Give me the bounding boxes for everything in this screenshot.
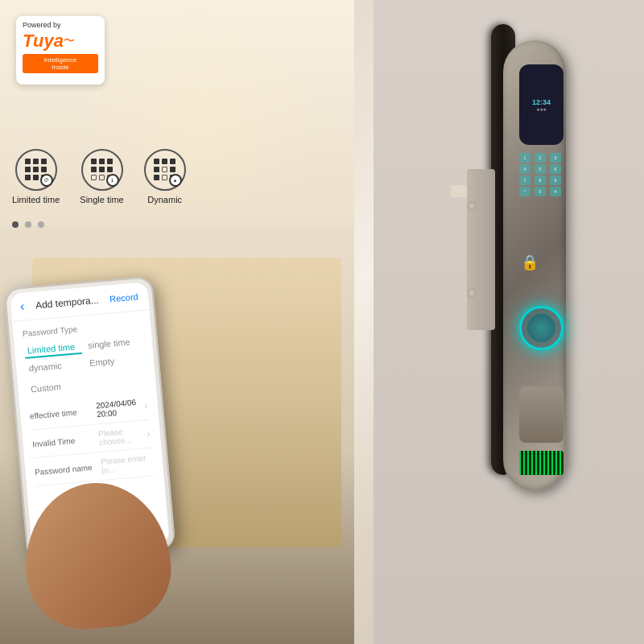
lock-keypad: 1 2 3 4 5 6 7 8 9 * 0 # bbox=[519, 153, 564, 196]
back-button[interactable]: ‹ bbox=[19, 299, 25, 314]
key-0[interactable]: 0 bbox=[535, 187, 546, 196]
dot bbox=[107, 167, 113, 172]
dot bbox=[91, 159, 97, 164]
password-types: Limited time single time dynamic Empty bbox=[23, 334, 144, 375]
dot bbox=[99, 175, 105, 180]
dot bbox=[107, 159, 113, 164]
key-star[interactable]: * bbox=[519, 187, 530, 196]
effective-time-value: 2024/04/0620:00 bbox=[96, 398, 138, 419]
chevron-icon: › bbox=[144, 400, 148, 411]
dot bbox=[154, 175, 159, 180]
room-light bbox=[80, 0, 322, 242]
dot bbox=[162, 167, 167, 172]
key-2[interactable]: 2 bbox=[535, 153, 546, 163]
dot bbox=[33, 167, 39, 172]
chevron-icon-2: › bbox=[147, 428, 151, 440]
page-dot-3 bbox=[38, 221, 44, 228]
single-time-label: Single time bbox=[80, 195, 123, 204]
hand-shape bbox=[19, 477, 175, 634]
lock-time-display: 12:34 bbox=[532, 98, 551, 106]
key-hash[interactable]: # bbox=[550, 187, 561, 196]
page-dot-1 bbox=[12, 221, 19, 228]
key-6[interactable]: 6 bbox=[550, 164, 561, 174]
key-4[interactable]: 4 bbox=[519, 164, 530, 174]
dot bbox=[154, 159, 159, 164]
lock-icon: 🔒 bbox=[521, 254, 539, 271]
dot bbox=[162, 159, 167, 164]
dot bbox=[33, 175, 39, 180]
lock-body: 12:34 ●●● 1 2 3 4 5 6 7 8 9 * 0 # 🔒 bbox=[503, 40, 566, 491]
limited-time-label: Limited time bbox=[12, 195, 60, 204]
dot bbox=[99, 167, 105, 172]
dynamic-badge: ✦ bbox=[169, 174, 182, 187]
single-time-icon: 1 bbox=[81, 149, 123, 191]
pw-type-custom[interactable]: Custom bbox=[27, 380, 64, 396]
dot bbox=[91, 175, 97, 180]
pw-type-empty[interactable]: Empty bbox=[85, 352, 144, 369]
key-7[interactable]: 7 bbox=[519, 175, 530, 185]
fingerprint-inner bbox=[527, 314, 555, 342]
fingerprint-sensor[interactable] bbox=[519, 306, 564, 350]
lock-screw-top bbox=[467, 201, 477, 211]
pw-type-limited[interactable]: Limited time bbox=[23, 340, 82, 359]
tuya-powered-text: Powered by bbox=[23, 21, 98, 29]
pw-type-dynamic[interactable]: dynamic bbox=[25, 357, 84, 375]
dot bbox=[99, 159, 105, 164]
dot bbox=[41, 167, 47, 172]
dot bbox=[91, 167, 97, 172]
record-button[interactable]: Record bbox=[109, 291, 138, 303]
clock-badge-single: 1 bbox=[106, 174, 119, 187]
clock-badge: ⏱ bbox=[40, 174, 53, 187]
key-1[interactable]: 1 bbox=[519, 153, 530, 163]
tuya-badge: Powered by Tuya 〜 IntelligenceInside bbox=[16, 16, 105, 85]
key-9[interactable]: 9 bbox=[550, 175, 561, 185]
dot bbox=[170, 167, 175, 172]
tuya-wave-icon: 〜 bbox=[64, 34, 75, 48]
dot bbox=[33, 159, 39, 164]
dynamic-icon: ✦ bbox=[144, 149, 186, 191]
phone-container: ‹ Add tempora... Record Password Type Li… bbox=[0, 274, 208, 636]
pw-type-single[interactable]: single time bbox=[84, 334, 142, 353]
effective-time-label: effective time bbox=[30, 407, 91, 420]
tuya-logo-text: Tuya bbox=[23, 31, 64, 52]
app-title: Add tempora... bbox=[35, 295, 100, 312]
key-3[interactable]: 3 bbox=[550, 153, 561, 163]
feature-limited-time: ⏱ Limited time bbox=[12, 149, 60, 204]
dot bbox=[154, 167, 159, 172]
dot bbox=[25, 167, 31, 172]
invalid-time-placeholder: Please choose... bbox=[98, 426, 142, 447]
smart-lock: 12:34 ●●● 1 2 3 4 5 6 7 8 9 * 0 # 🔒 bbox=[491, 24, 580, 523]
dot bbox=[162, 175, 167, 180]
led-lines bbox=[519, 451, 564, 475]
dynamic-label: Dynamic bbox=[147, 195, 182, 204]
dot bbox=[41, 159, 47, 164]
limited-time-icon: ⏱ bbox=[15, 149, 57, 191]
thumb-reader bbox=[519, 386, 564, 443]
page-dot-2 bbox=[25, 221, 31, 228]
feature-single-time: 1 Single time bbox=[80, 149, 123, 204]
hand-area bbox=[18, 460, 192, 634]
key-5[interactable]: 5 bbox=[535, 164, 546, 174]
pagination-dots bbox=[12, 221, 44, 228]
lock-screen: 12:34 ●●● bbox=[519, 64, 564, 145]
tuya-logo: Tuya 〜 bbox=[23, 31, 98, 52]
lock-screw-bottom bbox=[467, 288, 477, 298]
feature-dynamic: ✦ Dynamic bbox=[144, 149, 186, 204]
dot bbox=[25, 175, 31, 180]
led-strip bbox=[519, 451, 564, 475]
lock-mechanism bbox=[467, 169, 495, 330]
features-row: ⏱ Limited time 1 Single time bbox=[12, 149, 186, 204]
dot bbox=[170, 159, 175, 164]
invalid-time-label: Invalid Time bbox=[32, 434, 93, 448]
dot bbox=[25, 159, 31, 164]
key-8[interactable]: 8 bbox=[535, 175, 546, 185]
lock-bolt bbox=[451, 185, 467, 197]
lock-status: ●●● bbox=[536, 106, 547, 112]
tuya-intelligence-text: IntelligenceInside bbox=[23, 54, 98, 73]
